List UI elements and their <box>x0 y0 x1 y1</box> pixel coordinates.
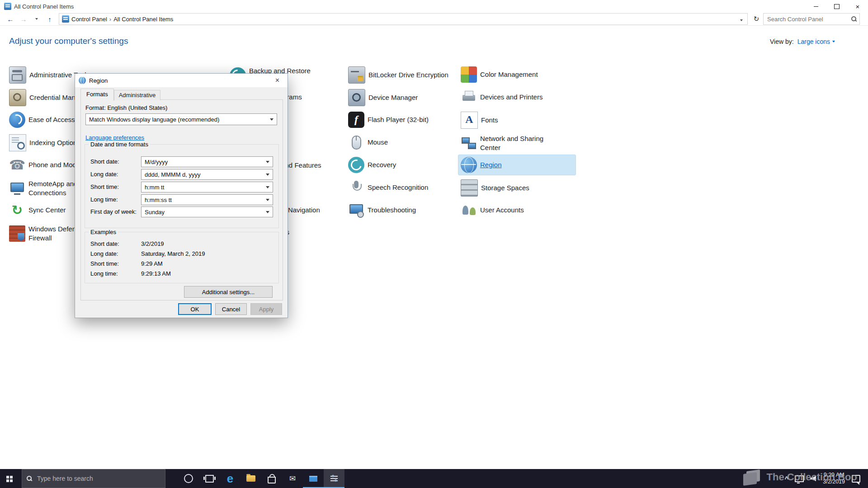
cortana-button[interactable] <box>178 469 199 488</box>
search-box[interactable] <box>763 13 860 25</box>
cp-item-device-manager[interactable]: Device Manager <box>348 89 459 106</box>
volume-tray-button[interactable] <box>807 469 819 488</box>
first-day-select[interactable]: Sunday <box>141 206 273 217</box>
field-label: Short time: <box>90 182 119 192</box>
cp-item-label: Devices and Printers <box>480 93 571 102</box>
close-button[interactable]: × <box>847 0 868 13</box>
network-tray-button[interactable] <box>792 469 807 488</box>
action-center-button[interactable] <box>849 469 863 488</box>
forward-button[interactable]: → <box>18 14 29 24</box>
cp-item-flash-player[interactable]: f Flash Player (32-bit) <box>348 112 458 128</box>
cancel-button[interactable]: Cancel <box>215 303 247 315</box>
minimize-button[interactable] <box>806 0 826 13</box>
address-bar[interactable]: Control Panel › All Control Panel Items <box>59 13 748 25</box>
cp-item-speech-recognition[interactable]: Speech Recognition <box>348 179 458 196</box>
breadcrumb-all-items[interactable]: All Control Panel Items <box>111 16 175 23</box>
chevron-down-icon <box>266 186 269 188</box>
cp-item-bitlocker[interactable]: BitLocker Drive Encryption <box>348 66 463 84</box>
ok-button[interactable]: OK <box>178 303 212 315</box>
long-date-select[interactable]: dddd, MMMM d, yyyy <box>141 169 273 180</box>
cp-item-recovery[interactable]: Recovery <box>348 157 458 173</box>
view-by-control: View by: Large icons <box>770 38 835 45</box>
volume-icon <box>810 476 816 482</box>
tab-administrative[interactable]: Administrative <box>114 90 161 100</box>
maximize-button[interactable] <box>826 0 847 13</box>
additional-settings-button[interactable]: Additional settings... <box>184 286 273 298</box>
cp-item-color-management[interactable]: Color Management <box>461 66 571 83</box>
task-view-button[interactable] <box>199 469 220 488</box>
view-by-dropdown[interactable]: Large icons <box>797 38 835 45</box>
windows-logo-icon <box>6 476 9 479</box>
chevron-down-icon <box>266 211 269 213</box>
breadcrumb-control-panel[interactable]: Control Panel <box>69 16 109 23</box>
cortana-icon <box>184 474 193 483</box>
region-dialog-icon <box>79 77 86 84</box>
chevron-down-icon <box>740 19 743 21</box>
long-date-value: dddd, MMMM d, yyyy <box>142 171 266 178</box>
cp-item-mouse[interactable]: Mouse <box>348 134 458 150</box>
tab-formats[interactable]: Formats <box>80 89 114 101</box>
refresh-button[interactable]: ↻ <box>751 14 762 24</box>
taskbar-search-box[interactable] <box>22 469 165 488</box>
cp-item-label: Fonts <box>481 116 571 125</box>
taskbar-search-input[interactable] <box>36 474 160 483</box>
tray-expand-button[interactable]: ^ <box>782 469 792 488</box>
format-select-value: Match Windows display language (recommen… <box>86 116 270 123</box>
search-icon[interactable] <box>851 16 857 22</box>
device-manager-icon <box>348 89 365 106</box>
action-center-icon <box>852 475 860 483</box>
short-time-value: h:mm tt <box>142 184 266 191</box>
cp-item-network-sharing[interactable]: Network and Sharing Center <box>461 134 552 152</box>
indexing-options-icon <box>9 134 26 151</box>
view-by-value: Large icons <box>797 38 830 45</box>
language-preferences-link[interactable]: Language preferences <box>85 134 144 141</box>
store-icon <box>268 477 276 483</box>
cp-item-troubleshooting[interactable]: Troubleshooting <box>348 202 458 218</box>
cp-item-user-accounts[interactable]: User Accounts <box>461 202 571 218</box>
cp-item-region[interactable]: Region <box>461 157 571 173</box>
control-panel-taskbar-button[interactable] <box>324 469 344 488</box>
example-value: 3/2/2019 <box>141 240 164 247</box>
short-time-select[interactable]: h:mm tt <box>141 182 273 192</box>
storage-spaces-icon <box>461 179 478 197</box>
credential-manager-icon <box>9 89 26 106</box>
back-button[interactable]: ← <box>5 14 16 24</box>
app-window-button[interactable] <box>303 469 324 488</box>
app-window-icon <box>309 476 317 482</box>
file-explorer-button[interactable] <box>241 469 261 488</box>
short-date-select[interactable]: M/d/yyyy <box>141 156 273 167</box>
up-button[interactable]: ↑ <box>44 14 56 24</box>
cp-item-fonts[interactable]: A Fonts <box>461 112 571 129</box>
example-label: Short time: <box>90 260 119 267</box>
taskbar-clock[interactable]: 9:29 AM 3/2/2019 <box>819 472 849 485</box>
short-date-value: M/d/yyyy <box>142 159 266 165</box>
example-row: Short time: 9:29 AM <box>85 260 278 268</box>
task-view-icon <box>205 475 214 483</box>
store-button[interactable] <box>261 469 282 488</box>
history-chevron-button[interactable] <box>31 14 42 24</box>
dialog-close-button[interactable]: × <box>267 74 288 87</box>
mail-button[interactable]: ✉ <box>282 469 303 488</box>
administrative-tools-icon <box>9 66 26 84</box>
chevron-down-icon <box>270 118 274 121</box>
mouse-icon <box>348 134 364 150</box>
example-label: Long date: <box>90 250 118 257</box>
chevron-up-icon: ^ <box>785 475 789 483</box>
dialog-titlebar[interactable]: Region × <box>75 74 288 87</box>
cp-item-label: Region <box>480 160 571 169</box>
cp-item-label: Troubleshooting <box>368 206 458 215</box>
field-label: Short date: <box>90 156 119 167</box>
window-title: All Control Panel Items <box>14 3 74 10</box>
cp-item-devices-and-printers[interactable]: Devices and Printers <box>461 89 571 105</box>
long-time-select[interactable]: h:mm:ss tt <box>141 194 273 205</box>
cp-item-storage-spaces[interactable]: Storage Spaces <box>461 179 571 197</box>
address-dropdown-button[interactable] <box>738 15 745 23</box>
example-label: Short date: <box>90 240 119 247</box>
chevron-down-icon <box>266 199 269 201</box>
start-button[interactable] <box>0 469 22 488</box>
search-input[interactable] <box>766 15 851 23</box>
first-day-value: Sunday <box>142 209 266 216</box>
edge-button[interactable]: e <box>220 469 241 488</box>
format-select[interactable]: Match Windows display language (recommen… <box>85 113 277 125</box>
color-management-icon <box>461 66 477 83</box>
